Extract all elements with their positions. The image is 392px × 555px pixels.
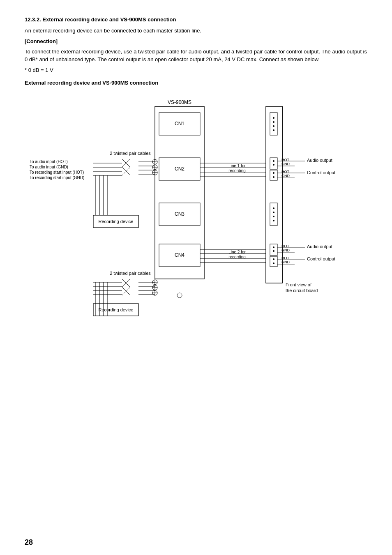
svg-point-28: [273, 250, 274, 252]
svg-point-23: [273, 212, 274, 213]
diagram-title: External recording device and VS-900MS c…: [25, 80, 367, 86]
connection-diagram: VS-900MS CN1 CN2 CN3 CN4: [28, 94, 364, 324]
svg-point-20: [273, 176, 274, 178]
svg-text:To recording start input (GND): To recording start input (GND): [30, 175, 84, 180]
svg-text:GND: GND: [281, 174, 290, 178]
svg-point-22: [273, 207, 274, 209]
svg-point-25: [273, 220, 274, 221]
note-text: * 0 dB = 1 V: [25, 67, 367, 73]
svg-text:recording: recording: [228, 168, 246, 173]
svg-text:GND: GND: [281, 260, 290, 264]
svg-text:CN2: CN2: [175, 166, 184, 172]
svg-text:HOT: HOT: [281, 256, 290, 260]
svg-text:To audio input (HOT): To audio input (HOT): [30, 159, 68, 164]
page-number: 28: [25, 538, 33, 547]
svg-text:HOT: HOT: [281, 244, 290, 248]
svg-text:Control output: Control output: [307, 256, 335, 261]
section-title: 12.3.2. External recording device and VS…: [25, 16, 367, 23]
svg-text:HOT: HOT: [281, 170, 290, 174]
svg-text:Recording device: Recording device: [99, 219, 134, 224]
intro-text: An external recording device can be conn…: [25, 27, 367, 35]
svg-point-27: [273, 246, 274, 248]
diagram-container: VS-900MS CN1 CN2 CN3 CN4: [28, 94, 364, 324]
svg-text:Control output: Control output: [307, 170, 335, 175]
connection-heading: [Connection]: [25, 38, 367, 44]
svg-rect-10: [270, 113, 277, 135]
svg-text:HOT: HOT: [281, 158, 290, 162]
svg-point-19: [273, 172, 274, 174]
svg-point-31: [273, 263, 274, 264]
svg-point-17: [273, 164, 274, 166]
svg-text:Line 2 for: Line 2 for: [228, 250, 246, 254]
svg-point-12: [273, 121, 274, 123]
svg-text:Audio output: Audio output: [307, 244, 332, 249]
svg-text:recording: recording: [228, 255, 246, 259]
svg-text:2 twisted pair cables: 2 twisted pair cables: [110, 151, 151, 156]
connection-text: To connect the external recording device…: [25, 48, 367, 64]
svg-text:Audio output: Audio output: [307, 158, 332, 163]
svg-point-11: [273, 117, 274, 119]
svg-rect-21: [270, 203, 277, 226]
svg-rect-26: [270, 244, 277, 256]
svg-point-14: [273, 129, 274, 131]
svg-point-30: [273, 258, 274, 260]
svg-rect-18: [270, 170, 277, 180]
svg-point-24: [273, 216, 274, 217]
svg-text:VS-900MS: VS-900MS: [168, 99, 191, 105]
svg-point-16: [273, 160, 274, 162]
svg-text:CN1: CN1: [175, 121, 184, 127]
svg-text:GND: GND: [281, 248, 290, 252]
svg-text:To recording start input (HOT): To recording start input (HOT): [30, 170, 84, 175]
svg-text:GND: GND: [281, 162, 290, 166]
svg-text:Front view of: Front view of: [286, 282, 312, 287]
svg-point-13: [273, 125, 274, 127]
svg-rect-15: [270, 158, 277, 169]
svg-text:Line 1 for: Line 1 for: [228, 164, 246, 168]
svg-text:CN3: CN3: [175, 211, 184, 217]
svg-rect-29: [270, 256, 277, 267]
svg-text:the circuit board: the circuit board: [286, 288, 318, 293]
svg-point-125: [177, 293, 182, 298]
svg-text:To audio input (GND): To audio input (GND): [30, 165, 68, 169]
svg-text:CN4: CN4: [175, 252, 184, 258]
svg-text:2 twisted pair cables: 2 twisted pair cables: [110, 271, 151, 276]
